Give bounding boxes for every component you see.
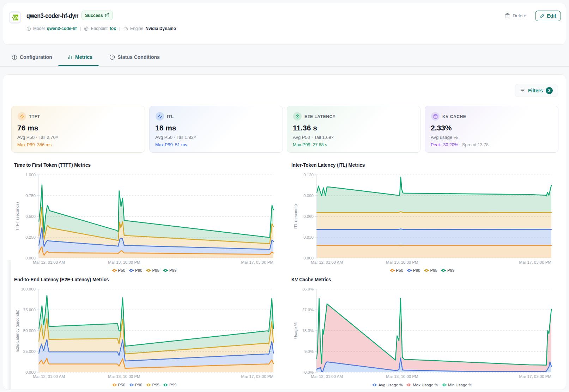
svg-text:0.120: 0.120 [303,173,314,177]
svg-text:E2E-Latency (seconds): E2E-Latency (seconds) [15,310,19,352]
svg-text:Mar 12, 01:00 AM: Mar 12, 01:00 AM [33,260,65,264]
svg-text:0.500: 0.500 [25,214,36,219]
svg-text:0.250: 0.250 [25,235,36,239]
svg-text:Usage %: Usage % [293,323,298,339]
svg-text:Mar 13, 10:00 PM: Mar 13, 10:00 PM [108,374,140,379]
svg-text:0.000: 0.000 [25,256,36,260]
svg-text:0.000: 0.000 [25,370,36,374]
svg-text:50.000: 50.000 [23,329,36,333]
svg-text:0.090: 0.090 [303,194,314,198]
svg-text:0.030: 0.030 [303,235,314,239]
svg-text:0.750: 0.750 [25,194,36,198]
svg-text:9.0%: 9.0% [304,349,314,354]
svg-text:Mar 17, 03:00 PM: Mar 17, 03:00 PM [519,374,551,379]
svg-text:100.000: 100.000 [21,287,36,291]
svg-text:1.000: 1.000 [25,173,36,177]
svg-text:Mar 13, 10:00 PM: Mar 13, 10:00 PM [108,260,140,264]
svg-text:ITL (seconds): ITL (seconds) [293,204,298,229]
svg-text:18.0%: 18.0% [302,329,314,333]
svg-text:Mar 12, 01:00 AM: Mar 12, 01:00 AM [311,260,343,264]
svg-text:0.060: 0.060 [303,214,314,219]
svg-text:0.0%: 0.0% [304,370,314,374]
svg-text:Mar 17, 03:00 PM: Mar 17, 03:00 PM [519,260,551,264]
svg-text:Mar 12, 01:00 AM: Mar 12, 01:00 AM [311,374,343,379]
svg-text:Mar 12, 01:00 AM: Mar 12, 01:00 AM [33,374,65,379]
svg-text:Mar 17, 03:00 PM: Mar 17, 03:00 PM [241,374,273,379]
svg-text:Mar 13, 10:00 PM: Mar 13, 10:00 PM [386,374,418,379]
svg-text:75.000: 75.000 [23,308,36,312]
svg-text:Mar 13, 10:00 PM: Mar 13, 10:00 PM [386,260,418,264]
svg-text:27.0%: 27.0% [302,308,314,312]
svg-text:Mar 17, 03:00 PM: Mar 17, 03:00 PM [241,260,273,264]
svg-text:25.000: 25.000 [23,349,36,354]
svg-text:36.0%: 36.0% [302,287,314,291]
svg-text:TTFT (seconds): TTFT (seconds) [15,202,19,231]
svg-text:0.000: 0.000 [303,256,314,260]
